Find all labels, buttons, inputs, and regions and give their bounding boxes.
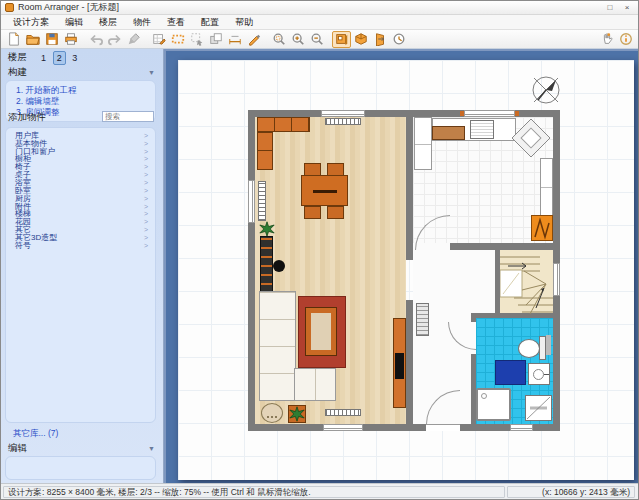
floor-lamp[interactable]: [273, 260, 285, 272]
sofa-vertical[interactable]: [259, 291, 296, 401]
close-button[interactable]: ×: [620, 2, 634, 13]
menu-bar: 设计方案 编辑 楼层 物件 查看 配置 帮助: [1, 15, 638, 30]
window-living-top[interactable]: [321, 110, 365, 117]
entrance-door-gap: [426, 424, 460, 431]
undo-icon[interactable]: [86, 31, 105, 48]
window-living-left[interactable]: [248, 180, 255, 223]
pan-hand-icon[interactable]: [597, 31, 616, 48]
view-3d-icon[interactable]: [351, 31, 370, 48]
wall-kitchen-bottom[interactable]: [450, 243, 553, 250]
kitchen-tall-cabinet[interactable]: [414, 117, 432, 170]
shower[interactable]: [476, 388, 511, 421]
menu-edit[interactable]: 编辑: [57, 15, 91, 30]
kitchen-right-cabinets[interactable]: [540, 158, 553, 216]
coffee-table[interactable]: [306, 308, 336, 355]
menu-view[interactable]: 查看: [159, 15, 193, 30]
menu-help[interactable]: 帮助: [227, 15, 261, 30]
wall-divider-lower[interactable]: [406, 300, 413, 424]
corner-stove[interactable]: [510, 117, 552, 159]
corner-sofa-left[interactable]: [257, 132, 273, 170]
pattern-edit-icon[interactable]: [149, 31, 168, 48]
select-area-icon[interactable]: [187, 31, 206, 48]
view-2d-icon[interactable]: [332, 31, 351, 48]
toilet-tank[interactable]: [539, 336, 546, 360]
collapse-caret-icon[interactable]: ▼: [148, 445, 155, 452]
plant-pot[interactable]: [288, 405, 306, 423]
corner-sofa-top[interactable]: [257, 117, 310, 132]
menu-file[interactable]: 设计方案: [5, 15, 57, 30]
category-symbols[interactable]: 符号>: [6, 242, 155, 250]
washbasin[interactable]: [528, 363, 550, 385]
window-stairs-right[interactable]: [553, 263, 560, 296]
search-input[interactable]: [102, 111, 154, 122]
compass-rose[interactable]: [528, 72, 564, 108]
floor-tab-3[interactable]: 3: [68, 51, 81, 65]
menu-floor[interactable]: 楼层: [91, 15, 125, 30]
title-bar[interactable]: Room Arranger - [无标题] □ ×: [1, 1, 638, 15]
build-step-new-project[interactable]: 1. 开始新的工程: [6, 85, 155, 96]
floor-tab-2[interactable]: 2: [53, 51, 66, 65]
build-step-edit-walls[interactable]: 2. 编辑墙壁: [6, 96, 155, 107]
sofa-horizontal[interactable]: [294, 368, 336, 401]
dining-table[interactable]: [301, 175, 348, 206]
app-icon: [5, 3, 14, 12]
clone-icon[interactable]: [206, 31, 225, 48]
window-kitchen-top[interactable]: [464, 110, 515, 117]
open-folder-icon[interactable]: [23, 31, 42, 48]
orange-appliance[interactable]: [531, 215, 553, 241]
toolbar: [1, 30, 638, 49]
info-icon[interactable]: [616, 31, 635, 48]
bath-rug[interactable]: [495, 360, 526, 385]
radiator-top[interactable]: [325, 118, 361, 125]
edit-header[interactable]: 编辑 ▼: [8, 442, 155, 455]
draw-walls-icon[interactable]: [244, 31, 263, 48]
toilet-bowl[interactable]: [518, 339, 540, 358]
zoom-out-icon[interactable]: [307, 31, 326, 48]
walkthrough-icon[interactable]: [370, 31, 389, 48]
print-icon[interactable]: [61, 31, 80, 48]
maximize-button[interactable]: □: [603, 2, 617, 13]
other-libraries-link[interactable]: 其它库... (7): [13, 428, 58, 440]
radiator-left[interactable]: [258, 181, 266, 221]
status-bar: 设计方案: 8255 × 8400 毫米, 楼层: 2/3 -- 缩放: 75%…: [1, 483, 638, 499]
build-header[interactable]: 构建 ▼: [8, 66, 155, 79]
dimensions-icon[interactable]: [225, 31, 244, 48]
potted-plant[interactable]: [259, 221, 275, 237]
window-living-bottom[interactable]: [323, 424, 363, 431]
floor-tab-1[interactable]: 1: [37, 51, 50, 65]
plan-page[interactable]: [178, 60, 634, 480]
tv-cabinet[interactable]: [393, 318, 406, 408]
wall-left[interactable]: [248, 110, 255, 431]
format-brush-icon[interactable]: [124, 31, 143, 48]
drawing-canvas[interactable]: [164, 49, 638, 483]
shelf-cabinet[interactable]: [260, 236, 273, 295]
chevron-right-icon: >: [144, 242, 148, 250]
window-bathroom-bottom[interactable]: [510, 424, 533, 431]
radiator-bottom[interactable]: [325, 409, 361, 416]
hall-radiator[interactable]: [416, 303, 429, 336]
new-document-icon[interactable]: [4, 31, 23, 48]
menu-object[interactable]: 物件: [125, 15, 159, 30]
dining-chair[interactable]: [327, 206, 344, 219]
menu-options[interactable]: 配置: [193, 15, 227, 30]
side-table[interactable]: [261, 403, 283, 423]
staircase[interactable]: [500, 250, 553, 318]
redo-icon[interactable]: [105, 31, 124, 48]
zoom-selection-icon[interactable]: [269, 31, 288, 48]
chevron-right-icon: >: [144, 210, 148, 218]
object-categories-box: 用户库> 基本物件> 门口和窗户> 橱柜> 椅子> 桌子> 浴室> 卧室> 厨房…: [5, 127, 156, 423]
floor-plan[interactable]: [248, 110, 560, 431]
measure-icon[interactable]: [168, 31, 187, 48]
floors-label: 楼层: [8, 51, 27, 64]
washing-machine[interactable]: [525, 395, 552, 421]
kitchen-wood-shelf[interactable]: [432, 126, 465, 140]
chevron-right-icon: >: [144, 179, 148, 187]
kitchen-sink[interactable]: [470, 120, 494, 139]
history-icon[interactable]: [389, 31, 408, 48]
wall-divider-upper[interactable]: [406, 117, 413, 260]
collapse-caret-icon[interactable]: ▼: [148, 69, 155, 76]
save-icon[interactable]: [42, 31, 61, 48]
application-window: Room Arranger - [无标题] □ × 设计方案 编辑 楼层 物件 …: [0, 0, 639, 500]
zoom-in-icon[interactable]: [288, 31, 307, 48]
dining-chair[interactable]: [304, 206, 321, 219]
